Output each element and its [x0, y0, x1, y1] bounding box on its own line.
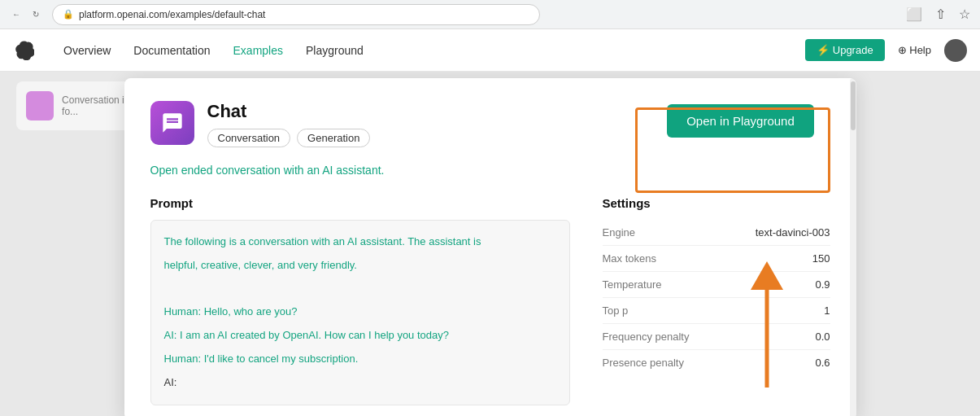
- settings-row-temperature: Temperature 0.9: [603, 272, 830, 298]
- nav-overview[interactable]: Overview: [55, 39, 119, 62]
- content-area: Conversation in Modif fo... Template tex…: [0, 72, 980, 416]
- prompt-line-3: [164, 281, 556, 298]
- nav-bar: Overview Documentation Examples Playgrou…: [0, 29, 980, 72]
- prompt-line-7: AI:: [164, 374, 556, 392]
- setting-value-frequency: 0.0: [815, 331, 830, 343]
- prompt-line-5: AI: I am an AI created by OpenAI. How ca…: [164, 327, 556, 344]
- browser-bar: ← ↻ 🔒 platform.openai.com/examples/defau…: [0, 0, 980, 29]
- setting-label-presence: Presence penalty: [603, 357, 684, 369]
- nav-right: ⚡ Upgrade ⊕ Help: [805, 39, 967, 62]
- nav-links: Overview Documentation Examples Playgrou…: [55, 39, 372, 62]
- setting-label-max-tokens: Max tokens: [603, 252, 656, 265]
- modal-title: Chat: [207, 101, 651, 122]
- cast-icon[interactable]: ⬜: [906, 7, 922, 22]
- tag-conversation[interactable]: Conversation: [207, 129, 291, 147]
- prompt-section: Prompt The following is a conversation w…: [150, 196, 570, 405]
- modal-columns: Prompt The following is a conversation w…: [150, 196, 830, 405]
- settings-section: Settings Engine text-davinci-003 Max tok…: [603, 196, 830, 405]
- settings-row-frequency: Frequency penalty 0.0: [603, 324, 830, 350]
- openai-logo: [13, 39, 36, 62]
- setting-label-top-p: Top p: [603, 304, 629, 317]
- settings-row-presence: Presence penalty 0.6: [603, 350, 830, 375]
- browser-actions: ⬜ ⇧ ☆: [906, 7, 970, 22]
- setting-value-presence: 0.6: [815, 357, 830, 369]
- upgrade-button[interactable]: ⚡ Upgrade: [805, 39, 884, 61]
- chat-icon: [150, 101, 194, 145]
- nav-documentation[interactable]: Documentation: [125, 39, 218, 62]
- prompt-line-2: helpful, creative, clever, and very frie…: [164, 257, 556, 274]
- scrollbar-thumb[interactable]: [851, 81, 856, 130]
- modal: Chat Conversation Generation Open in Pla…: [124, 78, 856, 416]
- open-playground-button[interactable]: Open in Playground: [667, 104, 814, 138]
- modal-title-area: Chat Conversation Generation: [207, 101, 651, 147]
- settings-row-top-p: Top p 1: [603, 298, 830, 324]
- user-avatar[interactable]: [944, 39, 967, 62]
- modal-body: Open ended conversation with an AI assis…: [124, 164, 856, 416]
- scrollbar-track[interactable]: [850, 78, 856, 416]
- setting-value-max-tokens: 150: [812, 252, 830, 265]
- browser-controls: ← ↻: [10, 8, 42, 21]
- modal-tags: Conversation Generation: [207, 129, 651, 147]
- setting-value-temperature: 0.9: [815, 278, 830, 291]
- prompt-line-1: The following is a conversation with an …: [164, 234, 556, 251]
- action-area: Open in Playground: [651, 101, 830, 138]
- settings-table: Engine text-davinci-003 Max tokens 150 T…: [603, 220, 830, 375]
- share-icon[interactable]: ⇧: [935, 7, 946, 22]
- nav-examples[interactable]: Examples: [225, 39, 291, 62]
- modal-header: Chat Conversation Generation Open in Pla…: [124, 78, 856, 164]
- nav-playground[interactable]: Playground: [298, 39, 372, 62]
- bookmark-icon[interactable]: ☆: [959, 7, 970, 22]
- setting-label-frequency: Frequency penalty: [603, 331, 690, 343]
- lock-icon: 🔒: [63, 9, 74, 20]
- settings-row-engine: Engine text-davinci-003: [603, 220, 830, 246]
- settings-title: Settings: [603, 196, 830, 210]
- reload-button[interactable]: ↻: [29, 8, 42, 21]
- setting-label-temperature: Temperature: [603, 278, 662, 291]
- setting-value-top-p: 1: [824, 304, 830, 317]
- settings-row-max-tokens: Max tokens 150: [603, 246, 830, 272]
- back-button[interactable]: ←: [10, 8, 23, 21]
- setting-value-engine: text-davinci-003: [756, 226, 830, 239]
- address-bar[interactable]: 🔒 platform.openai.com/examples/default-c…: [52, 4, 540, 25]
- url-text: platform.openai.com/examples/default-cha…: [79, 9, 265, 20]
- prompt-line-4: Human: Hello, who are you?: [164, 304, 556, 321]
- modal-overlay: Chat Conversation Generation Open in Pla…: [0, 72, 980, 416]
- modal-description: Open ended conversation with an AI assis…: [150, 164, 830, 177]
- prompt-title: Prompt: [150, 196, 570, 210]
- tag-generation[interactable]: Generation: [297, 129, 370, 147]
- prompt-line-6: Human: I'd like to cancel my subscriptio…: [164, 351, 556, 368]
- setting-label-engine: Engine: [603, 226, 635, 239]
- prompt-box: The following is a conversation with an …: [150, 220, 570, 405]
- help-button[interactable]: ⊕ Help: [898, 44, 931, 56]
